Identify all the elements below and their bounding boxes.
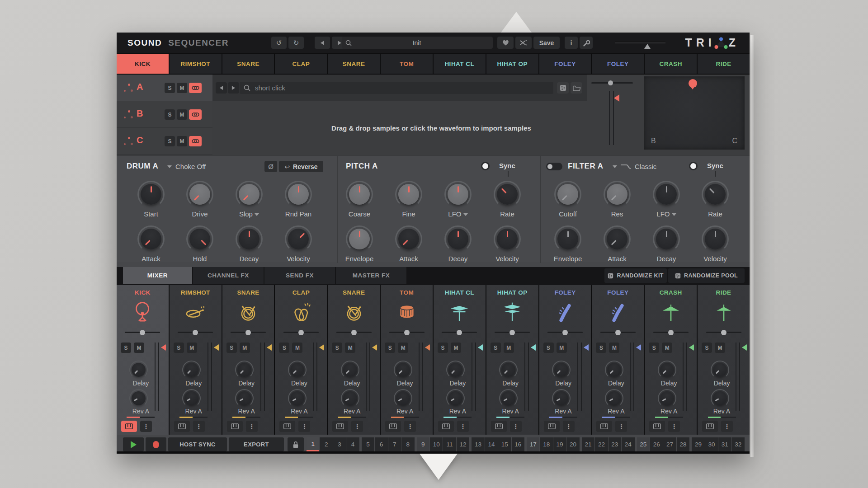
prev-preset-button[interactable] xyxy=(315,37,330,49)
keyboard-button[interactable] xyxy=(385,421,401,432)
choke-dropdown-caret[interactable] xyxy=(167,165,172,168)
layer-b-solo-button[interactable]: S xyxy=(165,109,175,120)
reverb-send-knob[interactable] xyxy=(237,391,251,405)
layer-blend-pad[interactable]: B C xyxy=(644,76,745,150)
knob-pitch-envelope[interactable]: Envelope xyxy=(338,229,381,263)
delay-send-knob[interactable] xyxy=(660,363,674,377)
delay-send-knob[interactable] xyxy=(343,363,357,377)
step-cell[interactable]: 20 xyxy=(566,437,579,451)
lfo-dropdown-caret[interactable] xyxy=(672,213,676,216)
phase-invert-button[interactable]: Ø xyxy=(264,161,277,172)
drum-tab-snare2[interactable]: SNARE xyxy=(328,54,380,74)
step-cell[interactable]: 3 xyxy=(333,437,346,451)
keyboard-button[interactable] xyxy=(121,421,137,432)
tab-send-fx[interactable]: SEND FX xyxy=(264,267,335,284)
knob-slop[interactable]: Slop xyxy=(227,184,271,218)
layer-row-a[interactable]: A S M xyxy=(117,75,212,101)
step-cell[interactable]: 19 xyxy=(553,437,566,451)
delay-send-knob[interactable] xyxy=(554,363,568,377)
solo-button[interactable]: S xyxy=(226,343,237,353)
slider-thumb[interactable] xyxy=(457,330,462,335)
filter-sync-toggle[interactable] xyxy=(689,162,698,170)
pan-marker[interactable] xyxy=(267,344,272,351)
solo-button[interactable]: S xyxy=(279,343,289,353)
mute-button[interactable]: M xyxy=(398,343,408,353)
reverb-send-knob[interactable] xyxy=(554,391,568,405)
step-cell[interactable]: 32 xyxy=(732,437,745,451)
volume-slider[interactable] xyxy=(125,332,160,333)
delay-send-knob[interactable] xyxy=(448,363,462,377)
randomize-kit-button[interactable]: RANDOMIZE KIT xyxy=(604,268,667,283)
step-cell[interactable]: 11 xyxy=(443,437,456,451)
browse-folder-button[interactable] xyxy=(571,82,582,94)
mute-button[interactable]: M xyxy=(609,343,619,353)
layer-a-link-button[interactable] xyxy=(189,83,202,93)
knob-pitch-velocity[interactable]: Velocity xyxy=(486,229,529,263)
channel-menu-button[interactable]: ⋮ xyxy=(140,421,152,432)
slider-thumb[interactable] xyxy=(668,330,674,335)
layer-row-c[interactable]: C S M xyxy=(117,128,212,155)
mute-button[interactable]: M xyxy=(187,343,197,353)
delay-send-knob[interactable] xyxy=(501,363,515,377)
slider-thumb[interactable] xyxy=(562,330,568,335)
channel-menu-button[interactable]: ⋮ xyxy=(721,421,733,432)
sample-pan-slider[interactable] xyxy=(591,82,633,84)
volume-slider[interactable] xyxy=(336,332,372,333)
filter-enable-toggle[interactable] xyxy=(546,163,562,170)
blend-pad-handle[interactable] xyxy=(689,79,697,88)
slider-thumb[interactable] xyxy=(644,44,651,49)
solo-button[interactable]: S xyxy=(121,343,131,353)
knob-drive[interactable]: Drive xyxy=(178,184,222,218)
volume-slider[interactable] xyxy=(600,332,636,333)
layer-c-link-button[interactable] xyxy=(189,136,202,146)
step-cell[interactable]: 23 xyxy=(609,437,621,451)
step-cell[interactable]: 18 xyxy=(540,437,552,451)
delay-send-knob[interactable] xyxy=(132,363,146,377)
step-cell[interactable]: 7 xyxy=(388,437,401,451)
knob-filter-envelope[interactable]: Envelope xyxy=(546,229,590,263)
mute-button[interactable]: M xyxy=(451,343,461,353)
solo-button[interactable]: S xyxy=(385,343,395,353)
layer-b-mute-button[interactable]: M xyxy=(177,109,187,120)
layer-b-link-button[interactable] xyxy=(189,109,202,120)
step-cell[interactable]: 14 xyxy=(485,437,498,451)
knob-fine[interactable]: Fine xyxy=(387,184,430,218)
reverb-send-knob[interactable] xyxy=(290,391,304,405)
tab-mixer[interactable]: MIXER xyxy=(123,267,192,284)
volume-slider[interactable] xyxy=(389,332,425,333)
solo-button[interactable]: S xyxy=(332,343,342,353)
keyboard-button[interactable] xyxy=(438,421,454,432)
slider-thumb[interactable] xyxy=(140,330,145,335)
step-cell[interactable]: 30 xyxy=(705,437,718,451)
keyboard-button[interactable] xyxy=(174,421,190,432)
pan-marker[interactable] xyxy=(584,344,589,351)
output-gain-slider[interactable] xyxy=(615,42,665,43)
random-sample-button[interactable] xyxy=(557,82,569,94)
mute-button[interactable]: M xyxy=(292,343,302,353)
layer-c-solo-button[interactable]: S xyxy=(165,136,175,146)
sample-search-field[interactable]: short click xyxy=(240,82,553,94)
export-button[interactable]: EXPORT xyxy=(229,437,284,451)
step-cell[interactable]: 25 xyxy=(637,437,650,451)
mute-button[interactable]: M xyxy=(504,343,514,353)
keyboard-button[interactable] xyxy=(332,421,348,432)
reverb-send-knob[interactable] xyxy=(343,391,357,405)
solo-button[interactable]: S xyxy=(438,343,448,353)
knob-start[interactable]: Start xyxy=(129,184,173,218)
knob-filter-rate[interactable]: Rate xyxy=(693,184,737,218)
volume-slider[interactable] xyxy=(178,332,213,333)
knob-pitch-decay[interactable]: Decay xyxy=(436,229,480,263)
tab-sound[interactable]: SOUND xyxy=(127,38,162,47)
reverb-send-knob[interactable] xyxy=(501,391,515,405)
keyboard-button[interactable] xyxy=(491,421,507,432)
delay-send-knob[interactable] xyxy=(713,363,727,377)
slider-thumb[interactable] xyxy=(615,330,621,335)
slider-thumb[interactable] xyxy=(193,330,198,335)
knob-filter-attack[interactable]: Attack xyxy=(595,229,639,263)
drum-tab-hihat-op[interactable]: HIHAT OP xyxy=(486,54,538,74)
lfo-dropdown-caret[interactable] xyxy=(463,213,468,216)
knob-pitch-attack[interactable]: Attack xyxy=(387,229,430,263)
knob-coarse[interactable]: Coarse xyxy=(338,184,381,218)
step-cell[interactable]: 24 xyxy=(622,437,634,451)
step-cell[interactable]: 4 xyxy=(346,437,359,451)
